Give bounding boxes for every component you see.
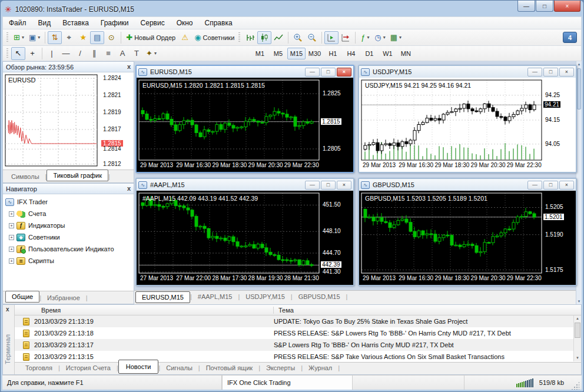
chart-restore-button[interactable]: □ (321, 181, 336, 190)
chart-client-area[interactable]: GBPUSD,M15 1.5203 1.5205 1.5189 1.52011.… (359, 191, 576, 285)
timeframe-m5[interactable]: M5 (269, 48, 287, 59)
text-button[interactable]: A (115, 47, 130, 60)
market-watch-toggle-button[interactable]: ⇅ (48, 31, 62, 44)
chart-window-USDJPY,M15[interactable]: ∿USDJPY,M15—□×USDJPY,M15 94.21 94.25 94.… (358, 65, 577, 173)
terminal-tab-Эксперты[interactable]: Эксперты (260, 363, 301, 373)
chart-window-titlebar[interactable]: ∿#AAPL,M15—□× (137, 179, 353, 191)
tree-item-accounts[interactable]: +Счета (5, 208, 134, 220)
profiles-button[interactable]: ▣▾ (26, 31, 42, 44)
tree-root[interactable]: ∿IFX Trader (5, 196, 134, 208)
close-button[interactable]: × (554, 1, 580, 12)
market-watch-tab-Тиковый график[interactable]: Тиковый график (47, 170, 108, 181)
chart-minimize-button[interactable]: — (527, 181, 542, 190)
chart-close-button[interactable]: × (337, 68, 351, 77)
chart-shift-button[interactable] (339, 31, 353, 44)
trend-line-button[interactable]: / (73, 47, 87, 60)
chart-restore-button[interactable]: □ (321, 68, 336, 77)
timeframe-w1[interactable]: W1 (379, 48, 397, 59)
cursor-button[interactable]: ↖ (11, 47, 25, 60)
menu-Графики[interactable]: Графики (95, 18, 135, 28)
scroll-up-icon[interactable]: ▲ (576, 61, 582, 67)
news-table-header[interactable]: Время Тема (15, 305, 581, 315)
chart-tab-EURUSD,M15[interactable]: EURUSD,M15 (135, 291, 190, 303)
menu-Справка[interactable]: Справка (199, 18, 238, 28)
chart-minimize-button[interactable]: — (305, 181, 320, 190)
line-chart-button[interactable] (271, 31, 286, 44)
chart-close-button[interactable]: × (559, 68, 574, 77)
one-click-trading-status[interactable]: IFX One Click Trading (222, 376, 353, 390)
indicators-button[interactable]: ƒ▾ (358, 31, 372, 44)
timeframe-m15[interactable]: M15 (287, 48, 306, 59)
equidistant-channel-button[interactable]: ∥ (87, 47, 101, 60)
advisors-button[interactable]: ◉Советники (192, 31, 237, 44)
navigator-toggle-button[interactable]: ▤ (90, 31, 104, 44)
chart-restore-button[interactable]: □ (543, 181, 558, 190)
chart-window-#AAPL,M15[interactable]: ∿#AAPL,M15—□×#AAPL,M15 442.09 443.19 441… (135, 178, 354, 286)
terminal-tab-Журнал[interactable]: Журнал (303, 363, 338, 373)
crosshair-button[interactable]: + (25, 47, 39, 60)
chart-restore-button[interactable]: □ (543, 68, 558, 77)
tree-item-custom[interactable]: +ƒПользовательские Индикато (5, 243, 134, 255)
timeframe-m30[interactable]: M30 (306, 48, 324, 59)
terminal-tab-История Счета[interactable]: История Счета (60, 363, 117, 373)
timeframe-mn[interactable]: MN (397, 48, 415, 59)
zoom-out-button[interactable] (305, 31, 319, 44)
news-scrollbar-thumb[interactable] (575, 323, 580, 338)
news-row[interactable]: 2013/03/29 21:13:17S&P Lowers Rtg To 'BB… (15, 339, 581, 351)
chart-minimize-button[interactable]: — (527, 68, 542, 77)
terminal-tab-Новости[interactable]: Новости (118, 360, 159, 374)
menu-Окно[interactable]: Окно (171, 18, 199, 28)
news-row[interactable]: 2013/03/29 21:13:15PRESS RELEASE: S&P Ta… (15, 351, 581, 362)
chart-client-area[interactable]: EURUSD,M15 1.2820 1.2821 1.2815 1.28151.… (137, 78, 353, 172)
timeframe-m1[interactable]: M1 (251, 48, 269, 59)
tree-item-advisors[interactable]: +◆Советники (5, 231, 134, 243)
expand-icon[interactable]: + (9, 247, 14, 252)
chart-close-button[interactable]: × (559, 181, 574, 190)
tree-item-indicators[interactable]: +ƒИндикаторы (5, 220, 134, 231)
tree-item-scripts[interactable]: +≣Скрипты (5, 255, 134, 267)
menu-Вставка[interactable]: Вставка (57, 18, 95, 28)
chart-close-button[interactable]: × (337, 181, 351, 190)
alert-button[interactable]: ⚠ (178, 31, 192, 44)
minimize-button[interactable]: — (517, 1, 535, 12)
tick-chart[interactable]: EURUSD 1.28241.28211.28191.28171.28151.2… (3, 72, 134, 170)
periods-button[interactable]: ◷▾ (372, 31, 387, 44)
navigator-tab-Избранное[interactable]: Избранное (41, 293, 86, 303)
timeframe-d1[interactable]: D1 (360, 48, 379, 59)
notifications-button[interactable]: 4 (563, 32, 577, 43)
strategy-tester-button[interactable]: ⊙ (104, 31, 118, 44)
menu-Вид[interactable]: Вид (32, 18, 57, 28)
chart-window-titlebar[interactable]: ∿USDJPY,M15—□× (359, 66, 576, 78)
auto-scroll-button[interactable] (324, 31, 339, 44)
zoom-in-button[interactable] (291, 31, 305, 44)
column-topic[interactable]: Тема (274, 307, 581, 314)
chart-client-area[interactable]: #AAPL,M15 442.09 443.19 441.52 442.39451… (137, 191, 353, 285)
maximize-button[interactable]: □ (536, 1, 553, 12)
chart-window-GBPUSD,M15[interactable]: ∿GBPUSD,M15—□×GBPUSD,M15 1.5203 1.5205 1… (358, 178, 577, 286)
news-scroll-up-icon[interactable]: ▲ (574, 315, 581, 322)
expand-icon[interactable]: + (9, 211, 14, 217)
timeframe-h4[interactable]: H4 (342, 48, 360, 59)
chart-tab-#AAPL,M15[interactable]: #AAPL,M15 (192, 291, 238, 302)
chart-window-EURUSD,M15[interactable]: ∿EURUSD,M15—□×EURUSD,M15 1.2820 1.2821 1… (135, 65, 354, 173)
fibonacci-button[interactable]: ≡ (101, 47, 115, 60)
expand-icon[interactable]: + (9, 258, 14, 264)
chart-client-area[interactable]: USDJPY,M15 94.21 94.25 94.16 94.2194.259… (359, 78, 576, 172)
chart-tab-USDJPY,M15[interactable]: USDJPY,M15 (240, 291, 290, 302)
text-label-button[interactable]: T (130, 47, 144, 60)
templates-button[interactable]: ▦▾ (388, 31, 404, 44)
news-scrollbar[interactable]: ▲ ▼ (573, 315, 581, 361)
terminal-tab-Торговля[interactable]: Торговля (19, 363, 58, 373)
chart-minimize-button[interactable]: — (305, 68, 320, 77)
navigator-tab-Общие[interactable]: Общие (5, 291, 39, 303)
news-scroll-down-icon[interactable]: ▼ (574, 355, 581, 361)
vertical-line-button[interactable]: | (45, 47, 59, 60)
column-time[interactable]: Время (15, 307, 274, 314)
scrollbar-thumb[interactable] (577, 68, 581, 109)
chart-window-titlebar[interactable]: ∿EURUSD,M15—□× (137, 66, 353, 78)
candle-chart-button[interactable] (257, 31, 271, 44)
terminal-close-icon[interactable]: x (6, 306, 9, 313)
titlebar[interactable]: ✳ 1020890: InstaTrader - EURUSD,M15 —□× (2, 2, 582, 16)
market-watch-tab-Символы[interactable]: Символы (5, 172, 45, 181)
resize-grip[interactable] (571, 381, 579, 390)
